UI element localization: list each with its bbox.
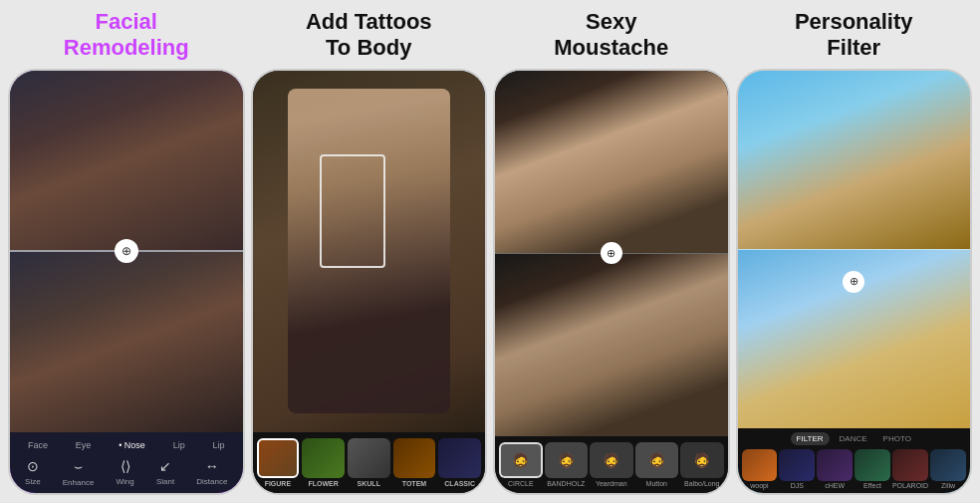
mou-thumb-mutton[interactable]: 🧔 Mutton (635, 442, 679, 487)
person-top-bg (738, 71, 971, 249)
tattoo-thumb-totem[interactable]: TOTEM (393, 438, 436, 487)
pf-thumb-effect[interactable]: Effect (855, 449, 890, 489)
djs-thumb-label: DJS (791, 482, 804, 489)
skull-thumb-label: SKULL (358, 480, 380, 487)
balbo-thumb-label: Balbo/Long (684, 480, 719, 487)
split-divider-icon: ⊕ (115, 239, 138, 263)
slant-label: Slant (156, 477, 174, 486)
card-4-title: PersonalityFilter (795, 9, 913, 62)
tab-face[interactable]: Face (24, 438, 52, 452)
face-bottom-image (10, 252, 243, 431)
phone-frame-1: ⊕ Face Eye • Nose Lip Lip ⊙ Size (8, 69, 245, 494)
tattoo-main-image (253, 71, 486, 431)
moustache-thumbnails: 🧔 CIRCLE 🧔 BANDHOLZ 🧔 Yeardman 🧔 Mutton … (495, 436, 728, 493)
woopi-thumb-label: woopi (750, 482, 768, 489)
tab-lip-2[interactable]: Lip (209, 438, 229, 452)
polaroid-thumb-label: POLAROID (892, 482, 928, 489)
face-split: ⊕ (10, 71, 243, 431)
mutton-thumb-img: 🧔 (635, 442, 679, 478)
slant-icon: ↙ (159, 458, 171, 474)
face-sliders: ⊙ Size ⌣ Enhance ⟨⟩ Wing ↙ Slant (14, 458, 239, 487)
card-3-title: SexyMoustache (554, 9, 668, 62)
card-1-title: FacialRemodeling (64, 9, 189, 62)
mutton-thumb-label: Mutton (646, 480, 667, 487)
flower-thumb-label: FLOWER (308, 480, 338, 487)
distance-label: Distance (196, 477, 227, 486)
tattoo-thumb-figure[interactable]: FIGURE (257, 438, 300, 487)
pf-thumb-djs[interactable]: DJS (779, 449, 815, 489)
moustache-bottom-image (495, 254, 728, 436)
enhance-icon: ⌣ (74, 458, 83, 475)
slider-size[interactable]: ⊙ Size (25, 458, 41, 487)
pf-thumb-chew[interactable]: cHEW (817, 449, 853, 489)
tattoo-selection-box (320, 154, 384, 268)
tattoo-thumb-classic[interactable]: CLASSIC (438, 438, 481, 487)
pf-tab-dance[interactable]: DANCE (834, 432, 873, 445)
mou-thumb-bandholz[interactable]: 🧔 BANDHOLZ (545, 442, 589, 487)
personality-divider-icon: ⊕ (843, 271, 864, 293)
effect-thumb-img (855, 449, 890, 481)
moustache-divider-icon: ⊕ (601, 242, 622, 264)
phone-frame-4: ⊕ FILTER DANCE PHOTO woopi (736, 69, 973, 494)
pf-thumb-polaroid[interactable]: POLAROID (892, 449, 928, 489)
classic-thumb-img (438, 438, 481, 478)
wing-label: Wing (117, 477, 134, 486)
tab-eye[interactable]: Eye (72, 438, 96, 452)
card-moustache: SexyMoustache ⊕ 🧔 CIRCLE 🧔 BANDHOLZ (493, 9, 730, 495)
chew-thumb-label: cHEW (825, 482, 845, 489)
totem-thumb-label: TOTEM (402, 480, 426, 487)
figure-thumb-img (257, 438, 300, 478)
totem-thumb-img (393, 438, 436, 478)
mou-thumb-circle[interactable]: 🧔 CIRCLE (499, 442, 543, 487)
wing-icon: ⟨⟩ (121, 458, 130, 474)
pf-tab-photo[interactable]: PHOTO (877, 432, 917, 445)
personality-split: ⊕ (738, 71, 971, 427)
pf-thumb-zillw[interactable]: Zillw (930, 449, 966, 489)
circle-thumb-img: 🧔 (499, 442, 543, 478)
size-label: Size (25, 477, 41, 486)
card-2-title: Add TattoosTo Body (306, 9, 432, 62)
pf-tab-filter[interactable]: FILTER (791, 432, 830, 445)
personality-filter-tabs: FILTER DANCE PHOTO (742, 432, 967, 445)
figure-thumb-label: FIGURE (265, 480, 291, 487)
slider-distance[interactable]: ↔ Distance (196, 458, 227, 487)
tattoo-thumbnails: FIGURE FLOWER SKULL TOTEM CLASSIC (253, 432, 486, 493)
enhance-label: Enhance (63, 478, 95, 487)
tab-nose[interactable]: • Nose (115, 438, 149, 452)
face-tabs: Face Eye • Nose Lip Lip (14, 438, 239, 452)
slider-enhance[interactable]: ⌣ Enhance (63, 458, 95, 487)
personality-controls: FILTER DANCE PHOTO woopi DJS cHE (738, 428, 971, 493)
djs-thumb-img (779, 449, 815, 481)
tab-lip-1[interactable]: Lip (169, 438, 189, 452)
bandholz-thumb-img: 🧔 (545, 442, 589, 478)
zillw-thumb-label: Zillw (941, 482, 955, 489)
classic-thumb-label: CLASSIC (444, 480, 475, 487)
pf-thumb-woopi[interactable]: woopi (742, 449, 778, 489)
phone-frame-2: FIGURE FLOWER SKULL TOTEM CLASSIC (251, 69, 488, 494)
chew-thumb-img (817, 449, 853, 481)
mou-thumb-balbo[interactable]: 🧔 Balbo/Long (680, 442, 724, 487)
phone-frame-3: ⊕ 🧔 CIRCLE 🧔 BANDHOLZ 🧔 Yeardman (493, 69, 730, 494)
personality-thumbnails: woopi DJS cHEW Effect (742, 449, 967, 489)
yeardman-thumb-img: 🧔 (590, 442, 633, 478)
bandholz-thumb-label: BANDHOLZ (547, 480, 585, 487)
woopi-thumb-img (742, 449, 778, 481)
card-tattoos: Add TattoosTo Body FIGURE FLOWER SKUL (251, 9, 488, 495)
slider-slant[interactable]: ↙ Slant (156, 458, 174, 487)
card-facial-remodeling: FacialRemodeling ⊕ Face Eye • Nose Lip L… (8, 9, 245, 495)
distance-icon: ↔ (205, 458, 219, 474)
size-icon: ⊙ (27, 458, 39, 474)
flower-thumb-img (302, 438, 345, 478)
slider-wing[interactable]: ⟨⟩ Wing (117, 458, 134, 487)
face-top-image (10, 71, 243, 252)
mou-thumb-yeardman[interactable]: 🧔 Yeardman (590, 442, 633, 487)
skull-thumb-img (348, 438, 390, 478)
tattoo-thumb-skull[interactable]: SKULL (348, 438, 390, 487)
polaroid-thumb-img (892, 449, 928, 481)
face-controls: Face Eye • Nose Lip Lip ⊙ Size ⌣ Enhance (10, 432, 243, 493)
tattoo-thumb-flower[interactable]: FLOWER (302, 438, 345, 487)
moustache-split: ⊕ (495, 71, 728, 435)
personality-top-image (738, 71, 971, 250)
moustache-top-image (495, 71, 728, 254)
balbo-thumb-img: 🧔 (680, 442, 724, 478)
